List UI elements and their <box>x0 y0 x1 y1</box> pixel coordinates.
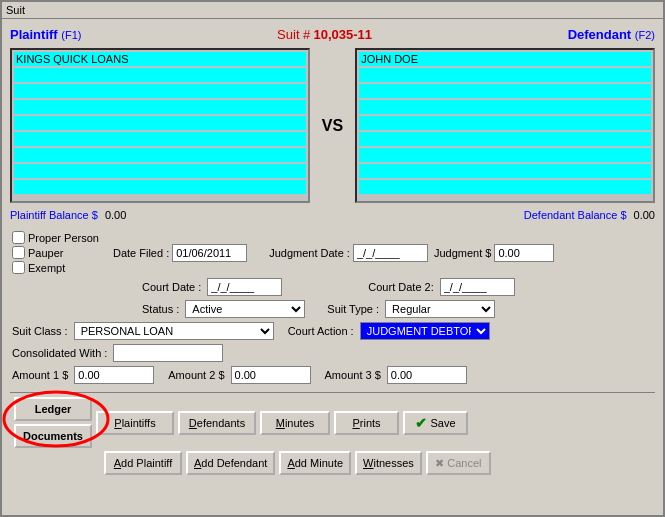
status-label: Status : <box>142 303 179 315</box>
plaintiff-row-5 <box>14 116 306 130</box>
exempt-checkbox[interactable] <box>12 261 25 274</box>
plaintiff-row-2 <box>14 68 306 82</box>
plaintiff-row-8 <box>14 164 306 178</box>
plaintiffs-button[interactable]: Plaintiffs <box>96 411 174 435</box>
exempt-item: Exempt <box>12 261 99 274</box>
minutes-button[interactable]: Minutes <box>260 411 330 435</box>
amount3-input[interactable] <box>387 366 467 384</box>
suit-window: Suit Plaintiff (F1) Suit # 10,035-11 Def… <box>0 0 665 517</box>
defendant-row-3 <box>359 84 651 98</box>
amount3-label: Amount 3 $ <box>325 369 381 381</box>
exempt-label: Exempt <box>28 262 65 274</box>
vs-label: VS <box>314 117 351 135</box>
judgment-group: Judgment $ <box>434 244 554 262</box>
defendant-name: JOHN DOE <box>359 52 651 66</box>
title-bar: Suit <box>2 2 663 19</box>
amount2-label: Amount 2 $ <box>168 369 224 381</box>
defendant-row-9 <box>359 180 651 194</box>
date-filed-label: Date Filed : <box>113 247 169 259</box>
plaintiff-row-4 <box>14 100 306 114</box>
panels-row: KINGS QUICK LOANS VS JOHN DOE <box>10 48 655 203</box>
court-date2-label: Court Date 2: <box>368 281 433 293</box>
pauper-label: Pauper <box>28 247 63 259</box>
checkbox-group: Proper Person Pauper Exempt <box>12 231 99 274</box>
suit-class-select[interactable]: PERSONAL LOAN AUTO LOAN CREDIT CARD <box>74 322 274 340</box>
suit-type-select[interactable]: Regular Small Claims <box>385 300 495 318</box>
consolidated-with-label: Consolidated With : <box>12 347 107 359</box>
form-row-6: Amount 1 $ Amount 2 $ Amount 3 $ <box>12 366 653 384</box>
suit-number-prefix: Suit # <box>277 27 310 42</box>
form-row-1: Proper Person Pauper Exempt Date Filed : <box>12 231 653 274</box>
plaintiff-header: Plaintiff (F1) <box>10 27 81 42</box>
court-date-input[interactable] <box>207 278 282 296</box>
plaintiff-balance-value: 0.00 <box>105 209 126 221</box>
status-select[interactable]: Active Inactive Closed <box>185 300 305 318</box>
proper-person-label: Proper Person <box>28 232 99 244</box>
defendant-balance-value: 0.00 <box>634 209 655 221</box>
form-section: Proper Person Pauper Exempt Date Filed : <box>10 227 655 388</box>
defendant-panel: JOHN DOE <box>355 48 655 203</box>
suit-number-area: Suit # 10,035-11 <box>277 27 372 42</box>
witnesses-button[interactable]: Witnesses <box>355 451 422 475</box>
defendant-row-5 <box>359 116 651 130</box>
judgment-label: Judgment $ <box>434 247 491 259</box>
main-content: Plaintiff (F1) Suit # 10,035-11 Defendan… <box>2 19 663 515</box>
pauper-checkbox[interactable] <box>12 246 25 259</box>
date-filed-input[interactable] <box>172 244 247 262</box>
save-button[interactable]: ✔ Save <box>403 411 468 435</box>
judgment-date-group: Judgment Date : <box>269 244 428 262</box>
cancel-button[interactable]: ✖ Cancel <box>426 451 491 475</box>
judgment-date-label: Judgment Date : <box>269 247 350 259</box>
defendant-balance: Defendant Balance $ 0.00 <box>524 209 655 221</box>
court-date2-input[interactable] <box>440 278 515 296</box>
defendant-row-8 <box>359 164 651 178</box>
defendant-label: Defendant (F2) <box>568 27 655 42</box>
plaintiff-label: Plaintiff (F1) <box>10 27 81 42</box>
proper-person-item: Proper Person <box>12 231 99 244</box>
form-row-3: Status : Active Inactive Closed Suit Typ… <box>12 300 653 318</box>
plaintiff-balance: Plaintiff Balance $ 0.00 <box>10 209 126 221</box>
defendant-header: Defendant (F2) <box>568 27 655 42</box>
button-area: Ledger Documents Plaintiffs Defendants M… <box>10 392 655 479</box>
defendant-row-2 <box>359 68 651 82</box>
defendants-button[interactable]: Defendants <box>178 411 256 435</box>
add-defendant-button[interactable]: Add Defendant <box>186 451 275 475</box>
amount1-input[interactable] <box>74 366 154 384</box>
form-row-5: Consolidated With : <box>12 344 653 362</box>
court-action-label: Court Action : <box>288 325 354 337</box>
suit-class-label: Suit Class : <box>12 325 68 337</box>
ledger-docs-buttons: Ledger Documents <box>14 397 92 448</box>
button-row-2: Add Plaintiff Add Defendant Add Minute W… <box>14 451 651 475</box>
court-action-select[interactable]: JUDGMENT DEBTOR DEFAULT DISMISSED <box>360 322 490 340</box>
judgment-date-input[interactable] <box>353 244 428 262</box>
amount2-input[interactable] <box>231 366 311 384</box>
defendant-row-4 <box>359 100 651 114</box>
header-row: Plaintiff (F1) Suit # 10,035-11 Defendan… <box>10 25 655 44</box>
amount1-label: Amount 1 $ <box>12 369 68 381</box>
pauper-item: Pauper <box>12 246 99 259</box>
defendant-row-6 <box>359 132 651 146</box>
plaintiff-row-9 <box>14 180 306 194</box>
defendant-balance-label: Defendant Balance $ <box>524 209 627 221</box>
prints-button[interactable]: Prints <box>334 411 399 435</box>
proper-person-checkbox[interactable] <box>12 231 25 244</box>
court-date-label: Court Date : <box>142 281 201 293</box>
suit-number: 10,035-11 <box>313 27 372 42</box>
date-filed-group: Date Filed : <box>113 244 247 262</box>
save-label: Save <box>430 417 455 429</box>
plaintiff-row-3 <box>14 84 306 98</box>
add-minute-button[interactable]: Add Minute <box>279 451 351 475</box>
save-check-icon: ✔ <box>415 415 427 431</box>
add-plaintiff-button[interactable]: Add Plaintiff <box>104 451 182 475</box>
window-title: Suit <box>6 4 25 16</box>
judgment-input[interactable] <box>494 244 554 262</box>
consolidated-with-input[interactable] <box>113 344 223 362</box>
button-row-1: Ledger Documents Plaintiffs Defendants M… <box>14 397 651 448</box>
form-row-4: Suit Class : PERSONAL LOAN AUTO LOAN CRE… <box>12 322 653 340</box>
defendant-row-7 <box>359 148 651 162</box>
ledger-button[interactable]: Ledger <box>14 397 92 421</box>
documents-button[interactable]: Documents <box>14 424 92 448</box>
suit-type-label: Suit Type : <box>327 303 379 315</box>
plaintiff-balance-label: Plaintiff Balance $ <box>10 209 98 221</box>
plaintiff-name: KINGS QUICK LOANS <box>14 52 306 66</box>
